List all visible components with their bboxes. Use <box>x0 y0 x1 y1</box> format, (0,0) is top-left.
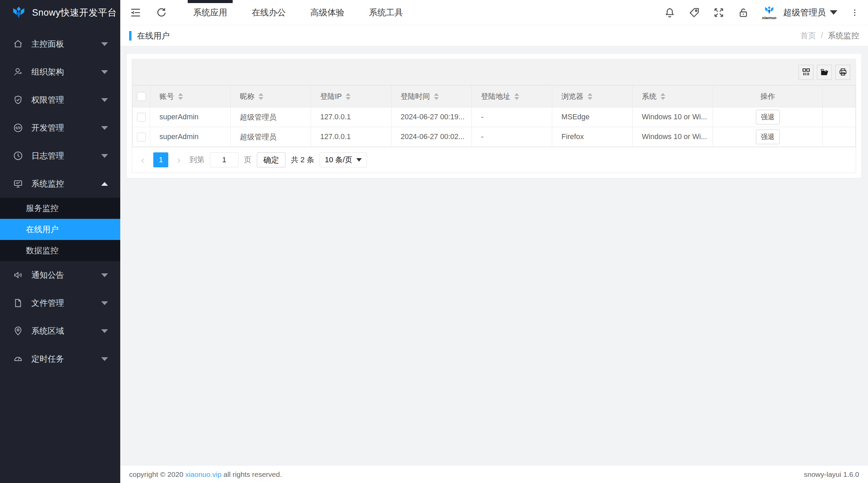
tab-online-office[interactable]: 在线办公 <box>252 0 286 25</box>
lock-icon[interactable] <box>738 7 749 18</box>
sidebar-item-organization[interactable]: 组织架构 <box>0 58 120 86</box>
col-header-account: 账号 <box>159 91 174 101</box>
speaker-icon <box>13 270 23 280</box>
cell-account: superAdmin <box>150 107 231 127</box>
page-size-select[interactable]: 10 条/页 <box>320 152 367 167</box>
sort-icon[interactable] <box>346 93 351 100</box>
top-header: 系统应用 在线办公 高级体验 系统工具 <box>120 0 868 25</box>
user-avatar[interactable]: xiaonuo <box>762 5 776 20</box>
sidebar-item-monitoring[interactable]: 系统监控 <box>0 170 120 198</box>
copyright-text: copyright © 2020 xiaonuo.vip all rights … <box>129 470 282 479</box>
user-icon <box>13 67 23 77</box>
gauge-icon <box>13 354 23 364</box>
version-label: snowy-layui 1.6.0 <box>804 470 859 479</box>
sort-icon[interactable] <box>434 93 439 100</box>
tag-icon[interactable] <box>688 7 700 18</box>
file-icon <box>13 298 23 308</box>
cell-browser: MSEdge <box>552 107 633 127</box>
cell-browser: Firefox <box>552 127 633 147</box>
tab-system-tools[interactable]: 系统工具 <box>369 0 403 25</box>
sidebar-subitem-online-users[interactable]: 在线用户 <box>0 219 120 240</box>
col-header-login-time: 登陆时间 <box>401 91 430 101</box>
refresh-icon[interactable] <box>156 7 167 18</box>
page-unit-label: 页 <box>244 155 251 165</box>
sidebar-collapse-icon[interactable] <box>130 7 141 18</box>
breadcrumb: 首页 / 系统监控 <box>801 30 859 41</box>
table-toolbar <box>132 59 856 85</box>
col-header-browser: 浏览器 <box>561 91 584 101</box>
goto-page-input[interactable] <box>210 152 238 167</box>
sidebar-item-scheduled-tasks[interactable]: 定时任务 <box>0 345 120 373</box>
page-title-accent <box>129 31 131 41</box>
export-button[interactable] <box>817 65 832 80</box>
row-checkbox[interactable] <box>137 113 146 122</box>
chevron-down-icon <box>101 357 108 361</box>
sort-icon[interactable] <box>661 93 665 100</box>
cell-address: - <box>472 127 552 147</box>
next-page-icon[interactable]: › <box>174 155 184 165</box>
print-button[interactable] <box>835 65 850 80</box>
sidebar-subitem-service-monitor[interactable]: 服务监控 <box>0 198 120 219</box>
sort-icon[interactable] <box>514 93 519 100</box>
user-menu[interactable]: 超级管理员 <box>783 7 837 18</box>
col-header-actions: 操作 <box>713 86 823 107</box>
fullscreen-icon[interactable] <box>713 7 725 18</box>
chevron-down-icon <box>101 98 108 102</box>
prev-page-icon[interactable]: ‹ <box>138 155 148 165</box>
breadcrumb-home[interactable]: 首页 <box>801 30 816 41</box>
app-logo[interactable]: Snowy快速开发平台 <box>0 0 120 25</box>
force-logout-button[interactable]: 强退 <box>756 110 780 124</box>
sidebar: Snowy快速开发平台 主控面板 组织架构 权限管理 开发管理 日志管理 <box>0 0 120 483</box>
sort-icon[interactable] <box>588 93 592 100</box>
export-icon <box>820 67 829 77</box>
force-logout-button[interactable]: 强退 <box>756 130 780 144</box>
shield-check-icon <box>13 95 23 105</box>
sidebar-subitem-data-monitor[interactable]: 数据监控 <box>0 240 120 261</box>
row-checkbox[interactable] <box>137 133 146 141</box>
filter-columns-icon <box>802 67 811 77</box>
app-title: Snowy快速开发平台 <box>32 6 117 19</box>
table-header-row: 账号 昵称 登陆IP 登陆时间 登陆地址 浏览器 系统 操作 <box>133 86 856 107</box>
current-page-button[interactable]: 1 <box>153 152 168 167</box>
sidebar-item-regions[interactable]: 系统区域 <box>0 317 120 345</box>
xiaonuo-link[interactable]: xiaonuo.vip <box>185 470 221 478</box>
cell-os: Windows 10 or Wi... <box>633 127 713 147</box>
chevron-down-icon <box>101 273 108 277</box>
home-icon <box>13 39 23 49</box>
cell-login-time: 2024-06-27 00:02... <box>391 127 472 147</box>
sidebar-item-logs[interactable]: 日志管理 <box>0 142 120 170</box>
sidebar-item-notices[interactable]: 通知公告 <box>0 261 120 289</box>
col-header-os: 系统 <box>642 91 656 101</box>
filter-columns-button[interactable] <box>799 65 813 80</box>
cell-nickname: 超级管理员 <box>231 107 311 127</box>
breadcrumb-current: 系统监控 <box>828 30 859 41</box>
sidebar-nav: 主控面板 组织架构 权限管理 开发管理 日志管理 系统监控 <box>0 25 120 483</box>
sidebar-item-permissions[interactable]: 权限管理 <box>0 86 120 114</box>
cell-address: - <box>472 107 552 127</box>
chevron-down-icon <box>830 10 837 15</box>
more-dots-icon[interactable] <box>850 7 859 18</box>
sort-icon[interactable] <box>178 93 183 100</box>
select-all-checkbox[interactable] <box>137 92 146 101</box>
bell-icon[interactable] <box>664 7 676 18</box>
tab-system-apps[interactable]: 系统应用 <box>193 0 227 25</box>
sidebar-item-dashboard[interactable]: 主控面板 <box>0 30 120 58</box>
chevron-down-icon <box>101 154 108 158</box>
breadcrumb-separator: / <box>821 31 823 40</box>
sort-icon[interactable] <box>259 93 263 100</box>
clock-icon <box>13 151 23 161</box>
table-row: superAdmin 超级管理员 127.0.0.1 2024-06-27 00… <box>133 107 856 127</box>
total-count-label: 共 2 条 <box>291 155 314 165</box>
sidebar-item-development[interactable]: 开发管理 <box>0 114 120 142</box>
sidebar-item-files[interactable]: 文件管理 <box>0 289 120 317</box>
tab-advanced[interactable]: 高级体验 <box>310 0 344 25</box>
confirm-button[interactable]: 确定 <box>257 152 285 167</box>
print-icon <box>838 67 848 77</box>
chevron-down-icon <box>101 126 108 130</box>
monitoring-submenu: 服务监控 在线用户 数据监控 <box>0 198 120 261</box>
chevron-down-icon <box>101 42 108 46</box>
topbar-right-controls: xiaonuo 超级管理员 <box>664 5 859 20</box>
chevron-down-icon <box>101 329 108 333</box>
location-pin-icon <box>13 326 23 336</box>
code-circle-icon <box>13 123 23 133</box>
